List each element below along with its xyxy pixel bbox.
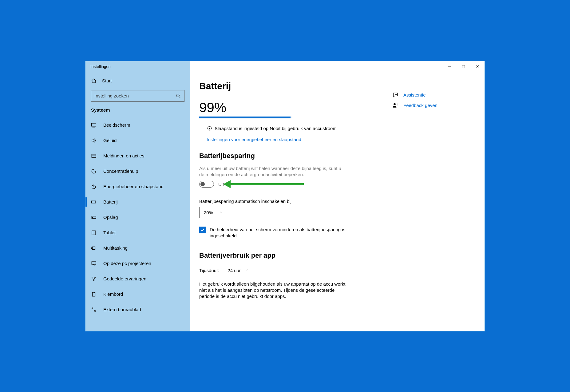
sidebar-item-sound[interactable]: Geluid [85,133,190,148]
sidebar-category: Systeem [85,105,190,116]
sidebar-item-label: Meldingen en acties [103,153,144,158]
sidebar-item-projecting[interactable]: Op deze pc projecteren [85,256,190,271]
maximize-button[interactable] [456,61,470,72]
sidebar-item-remote[interactable]: Extern bureaublad [85,302,190,317]
sidebar-item-label: Op deze pc projecteren [103,261,151,266]
svg-point-24 [93,280,94,281]
help-icon [392,92,398,98]
sidebar-item-focus[interactable]: Concentratiehulp [85,164,190,179]
search-input[interactable] [94,93,176,98]
auto-enable-label: Batterijbesparing automatisch inschakele… [199,199,386,204]
dim-checkbox-row: De helderheid van het scherm verminderen… [199,227,347,239]
chevron-down-icon [219,210,223,215]
saver-toggle[interactable] [199,181,214,188]
display-icon [91,122,97,128]
svg-rect-6 [92,123,96,126]
svg-rect-21 [92,262,96,264]
svg-line-5 [179,97,180,98]
search-wrap [85,88,190,105]
svg-rect-12 [92,201,96,203]
window-title: Instellingen [90,64,111,69]
svg-rect-1 [462,65,465,68]
help-label: Assistentie [403,92,426,97]
sidebar-item-label: Geluid [103,138,117,143]
info-icon [207,126,212,131]
feedback-label: Feedback geven [403,103,437,108]
battery-bar-fill [199,117,291,118]
battery-icon [91,199,97,205]
duration-select[interactable]: 24 uur [223,265,252,276]
home-icon [91,78,97,84]
svg-point-31 [394,103,396,105]
close-button[interactable] [470,61,485,72]
svg-point-22 [92,277,93,278]
minimize-button[interactable] [442,61,456,72]
sidebar-item-shared[interactable]: Gedeelde ervaringen [85,271,190,287]
duration-row: Tijdsduur: 24 uur [199,265,386,276]
sidebar-item-label: Beeldscherm [103,122,130,128]
shared-icon [91,276,97,282]
moon-icon [91,168,97,174]
sidebar-item-label: Batterij [103,199,118,204]
settings-window: Instellingen Start [85,61,485,331]
sidebar-item-label: Klembord [103,291,123,297]
multitasking-icon [91,245,97,251]
titlebar: Instellingen [85,61,485,72]
sidebar-item-label: Multitasking [103,245,128,251]
saver-toggle-row: Uit [199,181,386,188]
sidebar-item-battery[interactable]: Batterij [85,194,190,210]
search-box[interactable] [91,90,184,102]
chevron-down-icon [245,268,249,273]
sound-icon [91,138,97,143]
battery-percent: 99% [199,100,386,115]
sidebar-item-tablet[interactable]: Tablet [85,225,190,240]
clipboard-icon [91,291,97,297]
annotation-arrow [230,183,304,185]
saver-desc: Als u meer uit uw batterij wilt halen wa… [199,165,344,178]
sidebar-item-display[interactable]: Beeldscherm [85,117,190,133]
sidebar-item-label: Extern bureaublad [103,307,141,312]
search-icon [176,93,181,99]
sidebar-item-label: Gedeelde ervaringen [103,276,146,281]
sidebar-item-multitasking[interactable]: Multitasking [85,240,190,256]
nav-list: Beeldscherm Geluid Meldingen en acties C… [85,116,190,317]
energy-settings-link[interactable]: Instellingen voor energiebeheer en slaap… [199,137,301,142]
sidebar-item-storage[interactable]: Opslag [85,210,190,225]
sidebar-item-label: Concentratiehulp [103,168,138,174]
duration-label: Tijdsduur: [199,268,219,273]
sleep-notice-text: Slaapstand is ingesteld op Nooit bij geb… [215,126,337,131]
sidebar-item-notifications[interactable]: Meldingen en acties [85,148,190,164]
usage-body-text: Het gebruik wordt alleen bijgehouden als… [199,281,350,300]
remote-icon [91,307,97,312]
auto-enable-value: 20% [204,210,213,215]
sidebar-item-label: Energiebeheer en slaapstand [103,184,164,189]
sidebar-item-clipboard[interactable]: Klembord [85,287,190,302]
sidebar-item-power[interactable]: Energiebeheer en slaapstand [85,179,190,194]
notifications-icon [91,153,97,159]
svg-point-30 [395,94,396,95]
svg-point-4 [176,94,179,97]
window-controls [442,61,485,72]
feedback-icon [392,102,398,109]
sidebar: Start Systeem Beeldscherm Gelu [85,72,190,331]
sidebar-item-label: Tablet [103,230,116,235]
svg-rect-18 [93,247,95,249]
section-title-usage: Batterijverbruik per app [199,251,386,259]
sidebar-item-label: Opslag [103,215,118,220]
svg-rect-8 [92,154,96,157]
help-link[interactable]: Assistentie [392,92,469,98]
battery-bar [199,117,291,118]
content: Batterij 99% Slaapstand is ingesteld op … [190,72,485,331]
svg-point-23 [95,277,96,278]
auto-enable-select[interactable]: 20% [199,207,226,218]
dim-checkbox-label: De helderheid van het scherm verminderen… [210,227,347,239]
page-title: Batterij [199,81,386,91]
tablet-icon [91,230,97,236]
main-column: Batterij 99% Slaapstand is ingesteld op … [199,81,386,331]
section-title-saver: Batterijbesparing [199,152,386,160]
dim-checkbox[interactable] [199,227,206,233]
svg-point-15 [93,217,93,218]
feedback-link[interactable]: Feedback geven [392,102,469,109]
home-button[interactable]: Start [85,74,190,88]
project-icon [91,261,97,266]
